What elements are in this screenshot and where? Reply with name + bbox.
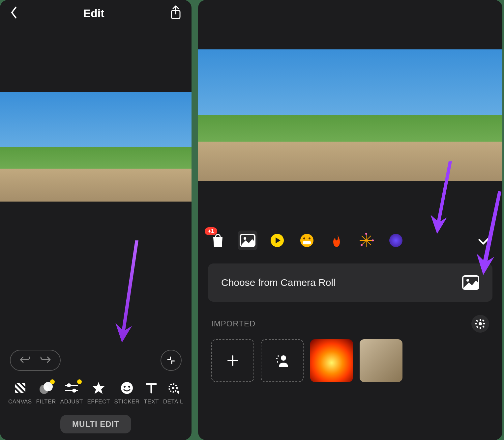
flame-icon	[331, 233, 342, 248]
back-button[interactable]	[10, 6, 18, 20]
svg-point-34	[466, 279, 469, 282]
svg-point-12	[172, 387, 174, 389]
svg-point-10	[128, 386, 130, 388]
svg-point-9	[124, 386, 126, 388]
tool-label: EFFECT	[87, 399, 110, 405]
grin-emoji-icon	[300, 233, 314, 248]
svg-point-8	[121, 382, 133, 394]
category-gallery[interactable]	[238, 231, 257, 250]
play-icon	[270, 233, 284, 248]
tool-label: STICKER	[114, 399, 139, 405]
tool-label: DETAIL	[163, 399, 183, 405]
imported-label: IMPORTED	[211, 319, 255, 328]
svg-point-16	[244, 237, 246, 240]
svg-rect-19	[303, 241, 311, 244]
svg-point-46	[276, 358, 278, 359]
tool-label: ADJUST	[60, 399, 83, 405]
category-flame[interactable]	[327, 231, 346, 250]
svg-rect-39	[483, 323, 485, 324]
svg-point-7	[72, 389, 76, 393]
svg-rect-41	[482, 325, 485, 328]
svg-line-14	[178, 391, 179, 393]
adjust-icon	[64, 381, 79, 395]
left-phone-edit-screen: Edit	[0, 0, 192, 440]
plus-icon	[226, 354, 239, 367]
page-title: Edit	[83, 7, 104, 20]
svg-point-32	[361, 244, 363, 246]
photo-preview[interactable]	[0, 92, 192, 202]
right-phone-sticker-screen: +1 Choose from Camera Roll	[198, 0, 502, 440]
svg-line-27	[366, 240, 371, 245]
tool-label: TEXT	[144, 399, 159, 405]
checkmark-icon	[478, 234, 492, 246]
header-bar: Edit	[0, 0, 192, 26]
svg-point-30	[365, 233, 367, 235]
multi-edit-button[interactable]: MULTI EDIT	[60, 415, 131, 433]
tool-adjust[interactable]: ADJUST	[60, 381, 83, 405]
svg-line-26	[362, 236, 366, 240]
collapse-button[interactable]	[161, 350, 182, 371]
category-play[interactable]	[267, 231, 287, 250]
undo-redo-pill	[10, 350, 61, 371]
cutout-sticker-slot[interactable]	[261, 339, 304, 382]
svg-line-28	[366, 236, 371, 240]
svg-rect-37	[480, 327, 481, 329]
imported-sticker-1[interactable]	[310, 339, 353, 382]
confirm-button[interactable]	[471, 234, 492, 247]
svg-point-35	[479, 322, 482, 325]
svg-point-20	[303, 237, 305, 239]
image-icon	[462, 275, 479, 290]
tool-detail[interactable]: DETAIL	[163, 381, 183, 405]
tool-effect[interactable]: EFFECT	[87, 381, 110, 405]
settings-button[interactable]	[471, 315, 489, 333]
svg-point-5	[67, 383, 71, 387]
svg-point-18	[300, 234, 313, 247]
detail-icon	[166, 381, 180, 395]
svg-rect-38	[475, 323, 477, 324]
canvas-icon	[13, 381, 27, 395]
tool-text[interactable]: TEXT	[144, 381, 159, 405]
tool-label: CANVAS	[8, 399, 32, 405]
shopping-bag-icon	[211, 233, 224, 248]
sticker-category-row: +1	[198, 224, 502, 257]
gear-icon	[475, 319, 485, 329]
tool-filter[interactable]: FILTER	[36, 381, 56, 405]
share-button[interactable]	[170, 5, 182, 21]
svg-rect-43	[476, 326, 478, 328]
imported-sticker-grid	[198, 339, 502, 382]
svg-rect-42	[482, 319, 484, 321]
add-sticker-slot[interactable]	[211, 339, 254, 382]
category-fireworks[interactable]	[356, 231, 376, 250]
redo-button[interactable]	[40, 355, 51, 366]
smiley-icon	[120, 381, 134, 395]
star-icon	[91, 381, 106, 395]
svg-point-47	[277, 361, 278, 363]
gallery-icon	[240, 234, 255, 247]
fireworks-icon	[358, 233, 374, 248]
choose-camera-roll-button[interactable]: Choose from Camera Roll	[208, 263, 492, 302]
svg-point-21	[309, 237, 311, 239]
camera-roll-label: Choose from Camera Roll	[221, 277, 336, 288]
svg-point-44	[281, 355, 286, 361]
tool-sticker[interactable]: STICKER	[114, 381, 139, 405]
svg-point-31	[372, 239, 374, 241]
bottom-controls: CANVAS FILTER ADJUST EFFECT	[0, 343, 192, 440]
tool-canvas[interactable]: CANVAS	[8, 381, 32, 405]
notification-dot	[50, 379, 55, 384]
notification-dot	[77, 379, 82, 384]
person-cutout-icon	[276, 353, 289, 368]
shop-badge: +1	[205, 227, 217, 235]
imported-sticker-2[interactable]	[360, 339, 402, 382]
imported-section-header: IMPORTED	[198, 308, 502, 339]
tool-row: CANVAS FILTER ADJUST EFFECT	[7, 381, 185, 405]
text-icon	[144, 381, 159, 395]
category-emoji[interactable]	[297, 231, 317, 250]
category-shop[interactable]: +1	[208, 231, 228, 250]
category-more[interactable]	[386, 231, 406, 250]
svg-point-45	[278, 355, 279, 357]
svg-rect-36	[480, 319, 481, 321]
svg-rect-40	[476, 319, 478, 322]
photo-preview[interactable]	[198, 49, 502, 181]
tool-label: FILTER	[36, 399, 56, 405]
undo-button[interactable]	[20, 355, 30, 366]
